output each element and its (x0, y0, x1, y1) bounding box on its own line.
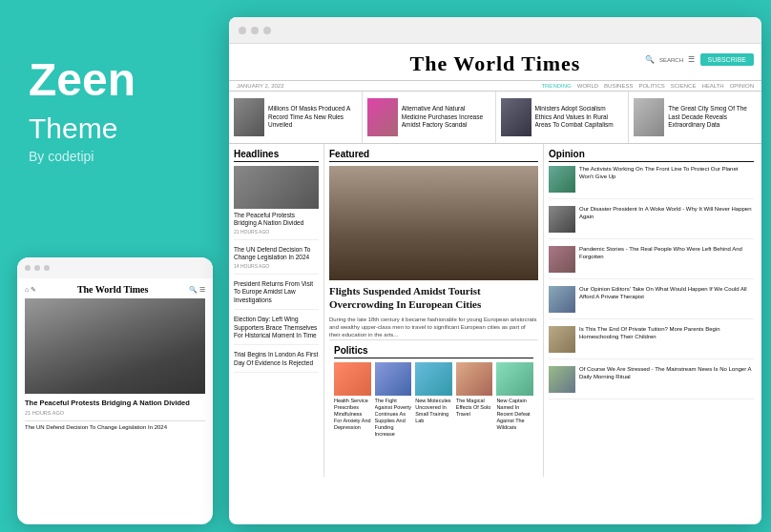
headline-item-1[interactable]: The Peaceful Protests Bridging A Nation … (234, 166, 319, 240)
headline-item-3[interactable]: President Returns From Visit To Europe A… (234, 280, 319, 310)
headline-time-2: 14 HOURS AGO (234, 263, 319, 269)
date-text: JANUARY 2, 2022 (237, 83, 283, 89)
nav-world[interactable]: WORLD (577, 83, 598, 89)
headline-image-1 (234, 166, 319, 209)
top-story-image-4 (634, 98, 664, 136)
top-story-text-4: The Great City Smog Of The Last Decade R… (668, 105, 757, 129)
politics-image-3 (415, 362, 452, 396)
browser-dot-3 (263, 27, 271, 34)
politics-grid: Health Service Prescribes Mindfulness Fo… (334, 362, 533, 439)
newspaper-header: The World Times 🔍 SEARCH ☰ SUBSCRIBE (229, 44, 761, 81)
trending-label[interactable]: TRENDING (541, 83, 571, 89)
browser-top-bar (229, 17, 761, 44)
opinion-image-5 (549, 326, 575, 353)
featured-description: During the late 18th century it became f… (329, 316, 538, 339)
sidebar-by-label: By codetipi (29, 149, 94, 164)
top-story-image-2 (367, 98, 398, 136)
opinion-text-4: Our Opinion Editors' Take On What Would … (579, 286, 754, 301)
mobile-content: ⌂ ✎ The World Times 🔍 ☰ The Peaceful Pro… (17, 278, 213, 438)
headline-text-4: Election Day: Left Wing Supporters Brace… (234, 316, 319, 339)
top-story-text-1: Millions Of Masks Produced A Record Time… (268, 105, 357, 129)
subscribe-button[interactable]: SUBSCRIBE (700, 53, 754, 66)
mobile-hero-caption: The Peaceful Protests Bridging A Nation … (25, 399, 205, 408)
opinion-text-1: The Activists Working On The Front Line … (579, 166, 754, 181)
headline-text-2: The UN Defend Decision To Change Legisla… (234, 246, 319, 262)
politics-text-3: New Molecules Uncovered In Small Trainin… (415, 398, 452, 425)
politics-image-1 (334, 362, 371, 396)
nav-politics[interactable]: POLITICS (638, 83, 664, 89)
top-story-3[interactable]: Ministers Adopt Socialism Ethics And Val… (496, 92, 630, 143)
politics-image-4 (456, 362, 493, 396)
top-story-image-3 (501, 98, 531, 136)
opinion-image-4 (549, 286, 575, 313)
mobile-header-bar: ⌂ ✎ The World Times 🔍 ☰ (25, 284, 205, 295)
browser-window: The World Times 🔍 SEARCH ☰ SUBSCRIBE JAN… (229, 17, 761, 524)
top-story-image-1 (234, 98, 264, 136)
featured-image[interactable] (329, 166, 538, 280)
top-story-4[interactable]: The Great City Smog Of The Last Decade R… (629, 92, 761, 143)
politics-item-3[interactable]: New Molecules Uncovered In Small Trainin… (415, 362, 452, 439)
mobile-right-icons: 🔍 ☰ (189, 286, 205, 294)
mobile-sub-headline: The UN Defend Decision To Change Legisla… (25, 420, 205, 432)
politics-item-4[interactable]: The Magical Effects Of Solo Travel (456, 362, 493, 439)
browser-dot-2 (251, 27, 259, 34)
headlines-title: Headlines (234, 149, 319, 162)
opinion-item-6[interactable]: Of Course We Are Stressed - The Mainstre… (549, 366, 754, 399)
mobile-dot-2 (34, 265, 40, 271)
politics-item-5[interactable]: New Captain Named In Recent Defeat Again… (496, 362, 533, 439)
opinion-item-1[interactable]: The Activists Working On The Front Line … (549, 166, 754, 199)
politics-image-2 (375, 362, 412, 396)
top-story-text-2: Alternative And Natural Medicine Purchas… (402, 105, 490, 129)
top-story-2[interactable]: Alternative And Natural Medicine Purchas… (363, 92, 496, 143)
politics-text-2: The Fight Against Poverty Continues As S… (375, 398, 412, 439)
mobile-dot-3 (44, 265, 50, 271)
opinion-item-3[interactable]: Pandemic Stories - The Real People Who W… (549, 246, 754, 279)
politics-text-4: The Magical Effects Of Solo Travel (456, 398, 493, 418)
opinion-column: Opinion The Activists Working On The Fro… (544, 144, 759, 477)
politics-text-5: New Captain Named In Recent Defeat Again… (496, 398, 533, 432)
mobile-dot-1 (25, 265, 31, 271)
mobile-hero-time: 21 HOURS AGO (25, 410, 205, 416)
headline-item-4[interactable]: Election Day: Left Wing Supporters Brace… (234, 316, 319, 345)
newspaper-date-bar: JANUARY 2, 2022 TRENDING WORLD BUSINESS … (229, 81, 761, 92)
politics-item-1[interactable]: Health Service Prescribes Mindfulness Fo… (334, 362, 371, 439)
top-story-1[interactable]: Millions Of Masks Produced A Record Time… (229, 92, 363, 143)
search-icon[interactable]: 🔍 (645, 55, 655, 64)
headline-time-1: 21 HOURS AGO (234, 229, 319, 235)
nav-business[interactable]: BUSINESS (604, 83, 633, 89)
headlines-column: Headlines The Peaceful Protests Bridging… (229, 144, 324, 477)
opinion-text-5: Is This The End Of Private Tuition? More… (579, 326, 754, 341)
opinion-text-2: Our Disaster President In A Woke World -… (579, 206, 754, 221)
opinion-image-3 (549, 246, 575, 273)
politics-image-5 (496, 362, 533, 396)
headline-text-5: Trial Begins In London As First Day Of E… (234, 351, 319, 367)
headline-text-1: The Peaceful Protests Bridging A Nation … (234, 212, 319, 228)
mobile-newspaper-title: The World Times (36, 284, 189, 295)
politics-section: Politics Health Service Prescribes Mindf… (329, 339, 538, 443)
politics-text-1: Health Service Prescribes Mindfulness Fo… (334, 398, 371, 432)
search-text[interactable]: SEARCH (659, 57, 683, 63)
opinion-image-2 (549, 206, 575, 233)
featured-title: Featured (329, 149, 538, 162)
opinion-item-2[interactable]: Our Disaster President In A Woke World -… (549, 206, 754, 239)
politics-item-2[interactable]: The Fight Against Poverty Continues As S… (375, 362, 412, 439)
opinion-text-3: Pandemic Stories - The Real People Who W… (579, 246, 754, 261)
nav-science[interactable]: SCIENCE (671, 83, 697, 89)
top-stories-strip: Millions Of Masks Produced A Record Time… (229, 92, 761, 144)
opinion-image-6 (549, 366, 575, 393)
newspaper-content: The World Times 🔍 SEARCH ☰ SUBSCRIBE JAN… (229, 44, 761, 524)
menu-icon[interactable]: ☰ (688, 55, 695, 64)
sidebar-logo: Zeen (29, 57, 135, 103)
header-right-icons: 🔍 SEARCH ☰ (645, 55, 695, 64)
headline-text-3: President Returns From Visit To Europe A… (234, 280, 319, 304)
opinion-item-4[interactable]: Our Opinion Editors' Take On What Would … (549, 286, 754, 319)
nav-bar: TRENDING WORLD BUSINESS POLITICS SCIENCE… (541, 83, 754, 89)
headline-item-2[interactable]: The UN Defend Decision To Change Legisla… (234, 246, 319, 275)
opinion-text-6: Of Course We Are Stressed - The Mainstre… (579, 366, 754, 381)
headline-item-5[interactable]: Trial Begins In London As First Day Of E… (234, 351, 319, 373)
nav-opinion[interactable]: OPINION (730, 83, 754, 89)
opinion-item-5[interactable]: Is This The End Of Private Tuition? More… (549, 326, 754, 359)
mobile-hero-image (25, 298, 205, 394)
nav-health[interactable]: HEALTH (701, 83, 723, 89)
top-story-text-3: Ministers Adopt Socialism Ethics And Val… (535, 105, 624, 129)
